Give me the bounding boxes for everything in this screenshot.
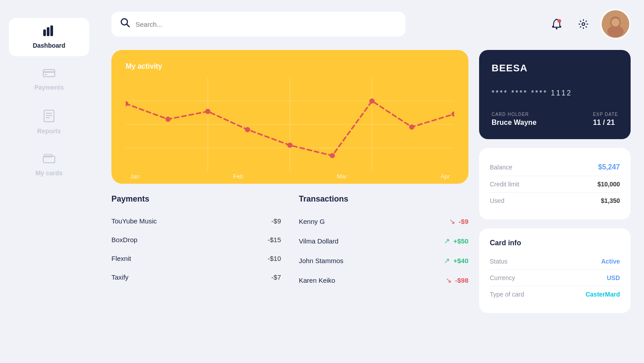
used-label: Used bbox=[490, 197, 505, 204]
status-value: Active bbox=[601, 258, 620, 265]
right-panel: BEESA **** **** **** 1112 CARD HOLDER Br… bbox=[479, 50, 631, 354]
payment-name-taxify: Taxify bbox=[111, 273, 128, 281]
balance-row-used: Used $1,350 bbox=[490, 193, 620, 209]
svg-rect-5 bbox=[43, 71, 55, 73]
transaction-item-kenny: Kenny G ↘ -$9 bbox=[299, 212, 469, 231]
payment-item-taxify: Taxify -$7 bbox=[111, 268, 281, 286]
svg-rect-10 bbox=[46, 117, 50, 118]
payment-amount-boxdrop: -$15 bbox=[267, 236, 281, 243]
balance-label: Balance bbox=[490, 164, 513, 171]
activity-chart bbox=[126, 78, 454, 171]
left-panel: My activity bbox=[111, 50, 468, 354]
x-label-apr: Apr bbox=[441, 173, 450, 180]
sidebar-item-payments[interactable]: Payments bbox=[9, 61, 89, 98]
svg-point-36 bbox=[451, 111, 454, 117]
x-labels: Jan Feb Mar Apr bbox=[126, 173, 454, 180]
svg-rect-1 bbox=[47, 27, 49, 36]
payment-item-touyube: TouYube Music -$9 bbox=[111, 212, 281, 231]
svg-point-20 bbox=[607, 26, 623, 37]
trans-arrow-karen: ↘ bbox=[446, 276, 451, 285]
chart-area bbox=[126, 78, 454, 171]
search-bar[interactable] bbox=[111, 12, 406, 37]
trans-name-john: John Stammos bbox=[299, 257, 444, 264]
transaction-item-karen: Karen Keiko ↘ -$98 bbox=[299, 271, 469, 290]
payments-title: Payments bbox=[111, 194, 281, 204]
trans-name-vilma: Vilma Dollard bbox=[299, 237, 444, 245]
search-input[interactable] bbox=[135, 21, 397, 28]
card-brand: BEESA bbox=[492, 62, 618, 74]
card-type-value: CasterMard bbox=[586, 291, 620, 298]
sidebar-item-dashboard[interactable]: Dashboard bbox=[9, 18, 89, 56]
activity-title: My activity bbox=[126, 62, 454, 70]
svg-point-30 bbox=[205, 109, 210, 114]
transactions-section: Transactions Kenny G ↘ -$9 Vilma Dollard… bbox=[299, 194, 469, 290]
svg-rect-6 bbox=[45, 74, 47, 75]
credit-card: BEESA **** **** **** 1112 CARD HOLDER Br… bbox=[479, 50, 631, 139]
card-exp-date: 11 / 21 bbox=[593, 119, 618, 127]
trans-name-karen: Karen Keiko bbox=[299, 276, 446, 284]
status-label: Status bbox=[490, 258, 508, 265]
main-content: My activity bbox=[98, 0, 644, 363]
transactions-title: Transactions bbox=[299, 194, 469, 204]
trans-name-kenny: Kenny G bbox=[299, 218, 450, 225]
sidebar-item-reports-label: Reports bbox=[37, 128, 61, 135]
transaction-item-john: John Stammos ↗ +$40 bbox=[299, 251, 469, 271]
trans-amount-vilma: +$50 bbox=[453, 237, 468, 245]
payments-section: Payments TouYube Music -$9 BoxDrop -$15 … bbox=[111, 194, 281, 290]
mycards-icon bbox=[43, 153, 55, 167]
credit-limit-value: $10,000 bbox=[597, 181, 620, 188]
credit-limit-label: Credit limit bbox=[490, 181, 519, 188]
trans-amount-kenny: -$9 bbox=[459, 218, 468, 225]
card-type-label: Type of card bbox=[490, 291, 524, 298]
payments-icon bbox=[43, 68, 55, 81]
trans-amount-karen: -$98 bbox=[455, 276, 468, 284]
trans-amount-john: +$40 bbox=[453, 257, 468, 264]
trans-arrow-vilma: ↗ bbox=[444, 237, 450, 245]
card-info-section: Card info Status Active Currency USD Typ… bbox=[479, 228, 631, 313]
currency-label: Currency bbox=[490, 274, 515, 281]
payment-item-boxdrop: BoxDrop -$15 bbox=[111, 231, 281, 249]
balance-row-balance: Balance $5,247 bbox=[490, 159, 620, 176]
card-footer: CARD HOLDER Bruce Wayne EXP DATE 11 / 21 bbox=[492, 112, 618, 127]
sidebar-item-payments-label: Payments bbox=[34, 84, 64, 91]
sidebar-item-reports[interactable]: Reports bbox=[9, 103, 89, 142]
svg-rect-9 bbox=[46, 115, 52, 116]
activity-card: My activity bbox=[111, 50, 468, 184]
payment-name-boxdrop: BoxDrop bbox=[111, 236, 137, 243]
dashboard-icon bbox=[43, 25, 55, 39]
settings-button[interactable] bbox=[574, 14, 593, 34]
card-exp-label: EXP DATE bbox=[593, 112, 618, 117]
payment-amount-touyube: -$9 bbox=[271, 217, 281, 225]
info-row-status: Status Active bbox=[490, 253, 620, 270]
header bbox=[111, 9, 631, 39]
content-area: My activity bbox=[111, 50, 631, 354]
x-label-feb: Feb bbox=[233, 173, 243, 180]
svg-point-32 bbox=[287, 143, 293, 148]
header-actions bbox=[547, 9, 631, 39]
sidebar-item-mycards[interactable]: My cards bbox=[9, 146, 89, 184]
avatar[interactable] bbox=[600, 9, 631, 39]
info-row-currency: Currency USD bbox=[490, 270, 620, 286]
avatar-image bbox=[602, 10, 629, 38]
x-label-mar: Mar bbox=[337, 173, 347, 180]
payment-amount-flexnit: -$10 bbox=[267, 255, 281, 262]
svg-line-14 bbox=[127, 25, 130, 27]
bell-button[interactable] bbox=[547, 14, 566, 34]
card-holder-section: CARD HOLDER Bruce Wayne bbox=[492, 112, 537, 127]
x-label-jan: Jan bbox=[130, 173, 139, 180]
sidebar-item-dashboard-label: Dashboard bbox=[33, 42, 65, 49]
svg-point-31 bbox=[245, 127, 250, 132]
trans-arrow-kenny: ↘ bbox=[449, 217, 455, 226]
payment-name-flexnit: Flexnit bbox=[111, 255, 131, 262]
used-value: $1,350 bbox=[601, 197, 620, 204]
payment-name-touyube: TouYube Music bbox=[111, 217, 157, 225]
svg-rect-8 bbox=[46, 113, 52, 114]
balance-value: $5,247 bbox=[598, 163, 620, 171]
svg-point-15 bbox=[556, 28, 558, 29]
bottom-section: Payments TouYube Music -$9 BoxDrop -$15 … bbox=[111, 194, 468, 290]
card-holder-label: CARD HOLDER bbox=[492, 112, 537, 117]
trans-arrow-john: ↗ bbox=[444, 256, 450, 265]
card-exp-section: EXP DATE 11 / 21 bbox=[593, 112, 618, 127]
transaction-item-vilma: Vilma Dollard ↗ +$50 bbox=[299, 231, 469, 251]
balance-section: Balance $5,247 Credit limit $10,000 Used… bbox=[479, 148, 631, 219]
